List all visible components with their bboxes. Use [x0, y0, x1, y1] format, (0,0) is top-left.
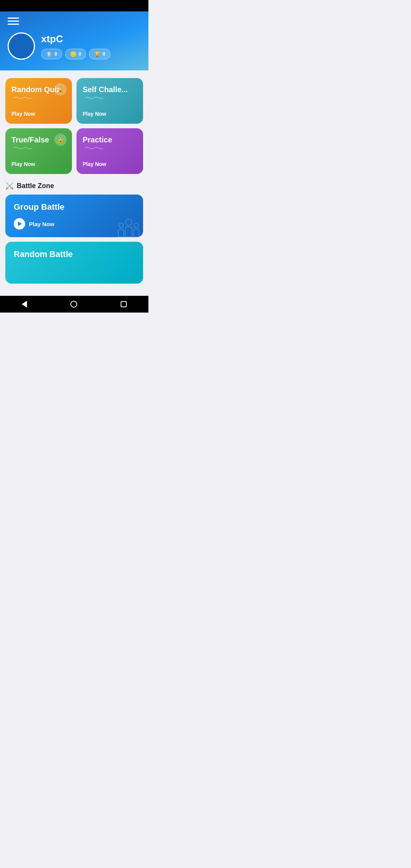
main-content: Random Quiz Play Now 🔒 Self Challe... Pl… — [0, 70, 148, 296]
back-button[interactable] — [14, 298, 35, 311]
menu-button[interactable] — [8, 18, 19, 25]
group-battle-play-row: Play Now — [14, 218, 135, 230]
profile-info: xtpC 🛡️ 0 🪙 0 🏆 0 — [41, 33, 110, 59]
avatar — [8, 32, 35, 60]
wavy-decoration-2 — [83, 96, 105, 99]
home-icon — [70, 301, 77, 308]
play-button-icon — [14, 218, 25, 230]
wavy-decoration-4 — [83, 147, 105, 150]
practice-play-now: Play Now — [83, 161, 137, 167]
figure-1 — [118, 223, 124, 237]
true-false-play-now: Play Now — [11, 161, 66, 167]
self-challenge-card[interactable]: Self Challe... Play Now — [76, 78, 143, 124]
status-bar — [0, 0, 148, 11]
shield-icon: 🛡️ — [46, 51, 53, 57]
trophy-stat: 🏆 0 — [89, 49, 110, 59]
lock-icon-2: 🔒 — [54, 134, 67, 146]
play-triangle — [18, 222, 22, 226]
self-challenge-play-now: Play Now — [83, 111, 137, 117]
game-modes-grid: Random Quiz Play Now 🔒 Self Challe... Pl… — [5, 78, 143, 174]
figure-2 — [125, 219, 132, 237]
recent-button[interactable] — [113, 298, 134, 310]
practice-title: Practice — [83, 135, 137, 144]
self-challenge-title: Self Challe... — [83, 85, 137, 94]
trophy-value: 0 — [102, 51, 105, 57]
group-battle-title: Group Battle — [14, 202, 135, 212]
recent-icon — [121, 301, 127, 307]
true-false-card[interactable]: True/False Play Now 🔒 — [5, 128, 72, 174]
random-battle-card[interactable]: Random Battle 🌐 — [5, 242, 143, 284]
random-quiz-card[interactable]: Random Quiz Play Now 🔒 — [5, 78, 72, 124]
group-figures — [118, 219, 139, 237]
wavy-decoration — [11, 96, 34, 99]
coin-stat: 🪙 0 — [65, 49, 86, 59]
battle-zone-header: ⚔️ Battle Zone — [5, 182, 143, 190]
header: xtpC 🛡️ 0 🪙 0 🏆 0 — [0, 11, 148, 70]
bottom-nav — [0, 296, 148, 313]
group-battle-play-now: Play Now — [29, 221, 54, 227]
practice-card[interactable]: Practice Play Now — [76, 128, 143, 174]
username: xtpC — [41, 33, 110, 45]
shield-stat: 🛡️ 0 — [41, 49, 62, 59]
stats-row: 🛡️ 0 🪙 0 🏆 0 — [41, 49, 110, 59]
battle-zone-icon: ⚔️ — [5, 182, 14, 190]
trophy-icon: 🏆 — [94, 51, 100, 57]
lock-icon: 🔒 — [54, 83, 67, 96]
profile-row: xtpC 🛡️ 0 🪙 0 🏆 0 — [8, 32, 141, 60]
home-button[interactable] — [63, 298, 85, 311]
shield-value: 0 — [54, 51, 57, 57]
random-quiz-play-now: Play Now — [11, 111, 66, 117]
coin-icon: 🪙 — [70, 51, 76, 57]
back-icon — [22, 301, 27, 308]
globe-icon: 🌐 — [107, 253, 135, 280]
battle-zone-title: Battle Zone — [17, 182, 54, 190]
wavy-decoration-3 — [11, 147, 34, 150]
figure-3 — [133, 223, 139, 237]
coin-value: 0 — [78, 51, 81, 57]
group-battle-card[interactable]: Group Battle Play Now — [5, 195, 143, 237]
